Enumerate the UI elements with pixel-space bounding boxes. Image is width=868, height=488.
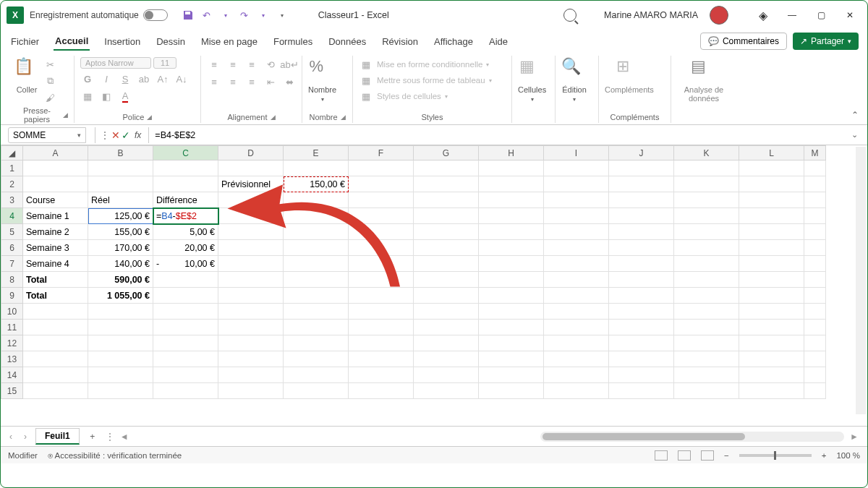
addins-button[interactable]: ⊞ Compléments — [605, 57, 654, 94]
row-header[interactable]: 3 — [1, 192, 23, 208]
cell[interactable]: 125,00 € — [88, 208, 153, 224]
cell[interactable]: -10,00 € — [153, 256, 218, 272]
save-icon[interactable] — [179, 7, 197, 24]
row-header[interactable]: 10 — [1, 304, 23, 320]
comments-button[interactable]: 💬Commentaires — [700, 33, 787, 50]
cell[interactable]: 170,00 € — [88, 240, 153, 256]
more-icon[interactable]: ⋮ — [100, 129, 110, 141]
spreadsheet-grid[interactable]: ◢ A B C D E F G H I J K L M 1 2 Prévisio… — [1, 145, 867, 426]
sheet-nav-next-icon[interactable]: › — [21, 432, 30, 442]
row-header[interactable]: 7 — [1, 256, 23, 272]
user-name[interactable]: Marine AMARO MARIA — [604, 10, 698, 20]
autosave-toggle[interactable]: Enregistrement automatique — [30, 9, 168, 21]
cell[interactable]: Semaine 4 — [23, 256, 88, 272]
formula-bar[interactable]: =B4-$E$2 — [148, 127, 840, 143]
merge-icon[interactable]: ⬌ — [282, 74, 297, 89]
row-header[interactable]: 6 — [1, 240, 23, 256]
toggle-off-icon[interactable] — [143, 9, 168, 21]
italic-icon[interactable]: I — [99, 72, 114, 86]
row-header[interactable]: 2 — [1, 176, 23, 192]
cell[interactable]: 155,00 € — [88, 224, 153, 240]
launcher-icon[interactable]: ◢ — [341, 114, 346, 121]
underline-icon[interactable]: S — [118, 72, 132, 86]
col-header[interactable]: L — [739, 146, 804, 160]
page-layout-view-icon[interactable] — [678, 450, 691, 461]
cut-icon[interactable]: ✂ — [43, 57, 57, 72]
orientation-icon[interactable]: ⟲ — [263, 57, 278, 72]
cell[interactable]: Semaine 2 — [23, 224, 88, 240]
indent-dec-icon[interactable]: ⇤ — [263, 74, 278, 89]
col-header[interactable]: A — [23, 146, 88, 160]
cell[interactable]: 150,00 € — [284, 176, 349, 192]
fx-icon[interactable]: fx — [132, 130, 144, 140]
search-icon[interactable] — [563, 9, 576, 22]
enter-formula-icon[interactable]: ✓ — [122, 129, 130, 141]
minimize-icon[interactable]: — — [780, 4, 804, 27]
cell[interactable]: 590,00 € — [88, 272, 153, 288]
tab-home[interactable]: Accueil — [54, 33, 90, 51]
row-header[interactable]: 4 — [1, 208, 23, 224]
col-header[interactable]: H — [479, 146, 544, 160]
col-header[interactable]: C — [153, 146, 218, 160]
align-middle-icon[interactable]: ≡ — [226, 57, 240, 72]
cell[interactable]: Différence — [153, 192, 218, 208]
align-left-icon[interactable]: ≡ — [207, 74, 221, 89]
redo-dropdown-icon[interactable]: ▾ — [255, 7, 272, 24]
col-header[interactable]: B — [88, 146, 153, 160]
zoom-level[interactable]: 100 % — [836, 451, 860, 460]
align-center-icon[interactable]: ≡ — [226, 74, 240, 89]
row-header[interactable]: 5 — [1, 224, 23, 240]
cell[interactable]: Semaine 1 — [23, 208, 88, 224]
cell[interactable]: Prévisionnel — [218, 176, 284, 192]
undo-icon[interactable]: ↶ — [198, 7, 216, 24]
bold-icon[interactable]: G — [80, 72, 95, 86]
sheet-tab[interactable]: Feuil1 — [35, 428, 80, 445]
edit-button[interactable]: 🔍 Édition▾ — [561, 57, 587, 103]
cell[interactable]: Réel — [88, 192, 153, 208]
cell[interactable]: 140,00 € — [88, 256, 153, 272]
cell[interactable]: Course — [23, 192, 88, 208]
row-header[interactable]: 14 — [1, 367, 23, 383]
fill-color-icon[interactable]: ◧ — [99, 89, 114, 103]
horizontal-scrollbar[interactable] — [540, 432, 844, 442]
tab-draw[interactable]: Dessin — [155, 33, 187, 50]
collapse-ribbon-icon[interactable]: ⌃ — [851, 110, 859, 120]
page-break-view-icon[interactable] — [701, 450, 714, 461]
chevron-down-icon[interactable]: ▾ — [77, 132, 81, 139]
number-format-button[interactable]: % Nombre ▾ — [308, 57, 336, 103]
border-icon[interactable]: ▦ — [80, 89, 95, 103]
copy-icon[interactable]: ⧉ — [43, 74, 57, 88]
cell[interactable]: 20,00 € — [153, 240, 218, 256]
cancel-formula-icon[interactable]: ✕ — [111, 129, 120, 141]
grow-font-icon[interactable]: A↑ — [156, 72, 170, 86]
launcher-icon[interactable]: ◢ — [63, 111, 68, 119]
cell[interactable]: Total — [23, 288, 88, 304]
more-icon[interactable]: ⋮ — [106, 432, 114, 442]
col-header[interactable]: M — [804, 146, 826, 160]
cell-styles-button[interactable]: ▦Styles de cellules▾ — [359, 89, 448, 103]
launcher-icon[interactable]: ◢ — [271, 114, 276, 121]
row-header[interactable]: 12 — [1, 335, 23, 351]
tab-insert[interactable]: Insertion — [103, 33, 142, 50]
tab-file[interactable]: Fichier — [9, 33, 41, 50]
cell[interactable]: 1 055,00 € — [88, 288, 153, 304]
row-header[interactable]: 1 — [1, 160, 23, 176]
sheet-nav-prev-icon[interactable]: ‹ — [7, 432, 15, 442]
cell[interactable]: 5,00 € — [153, 224, 218, 240]
paste-button[interactable]: 📋 Coller — [14, 57, 40, 94]
row-header[interactable]: 8 — [1, 272, 23, 288]
row-header[interactable]: 13 — [1, 351, 23, 367]
shrink-font-icon[interactable]: A↓ — [174, 72, 189, 86]
cell[interactable]: Semaine 3 — [23, 240, 88, 256]
align-top-icon[interactable]: ≡ — [207, 57, 221, 72]
qat-customize-icon[interactable]: ▾ — [273, 7, 291, 24]
cell[interactable]: Total — [23, 272, 88, 288]
share-button[interactable]: ↗Partager▾ — [793, 33, 859, 50]
col-header[interactable]: E — [284, 146, 349, 160]
cells-button[interactable]: ▦ Cellules▾ — [518, 57, 546, 103]
zoom-slider[interactable] — [739, 454, 812, 457]
align-right-icon[interactable]: ≡ — [244, 74, 259, 89]
col-header[interactable]: J — [609, 146, 674, 160]
format-table-button[interactable]: ▦Mettre sous forme de tableau▾ — [359, 73, 492, 87]
tab-help[interactable]: Aide — [488, 33, 509, 50]
